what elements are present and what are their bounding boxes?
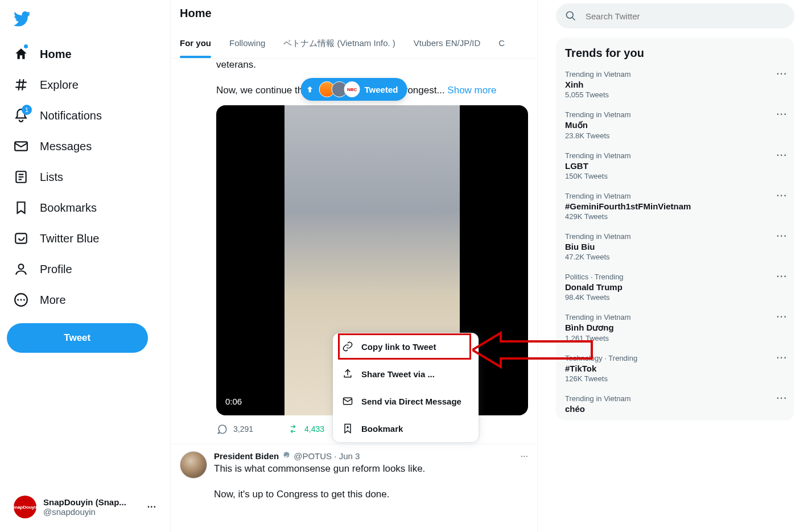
envelope-icon xyxy=(342,395,353,407)
trend-count: 150K Tweets xyxy=(565,172,785,180)
tweet-text-line: This is what commonsense gun reform look… xyxy=(214,463,528,476)
tab-overflow[interactable]: C xyxy=(489,29,514,58)
tweet-more-button[interactable]: ··· xyxy=(521,451,528,461)
account-more-icon: ··· xyxy=(147,502,156,512)
trend-context: Trending in Vietnam xyxy=(565,232,785,241)
twitter-blue-icon xyxy=(14,231,28,246)
trend-item[interactable]: Politics · TrendingDonald Trump98.4K Twe… xyxy=(556,267,794,307)
tweet-date[interactable]: Jun 3 xyxy=(339,451,360,461)
reply-icon xyxy=(216,423,228,435)
trend-name: Biu Biu xyxy=(565,242,785,251)
trend-count: 1,261 Tweets xyxy=(565,334,785,343)
search-input[interactable] xyxy=(586,11,785,21)
tab-vtubers[interactable]: Vtubers EN/JP/ID xyxy=(405,29,490,58)
nav-explore[interactable]: Explore xyxy=(7,71,163,99)
trend-more-button[interactable]: ··· xyxy=(777,353,788,363)
nav-home[interactable]: Home xyxy=(7,40,163,68)
trend-item[interactable]: Technology · Trending#TikTok126K Tweets·… xyxy=(556,348,794,389)
tab-for-you[interactable]: For you xyxy=(171,29,220,58)
share-menu: Copy link to Tweet Share Tweet via ... S… xyxy=(333,333,479,442)
trend-more-button[interactable]: ··· xyxy=(777,271,788,282)
trend-item[interactable]: Trending in VietnamBiu Biu47.2K Tweets··… xyxy=(556,226,794,267)
bookmark-add-icon xyxy=(342,423,353,434)
nav-lists[interactable]: Lists xyxy=(7,163,163,191)
pill-label: Tweeted xyxy=(365,85,398,94)
nav-label: Home xyxy=(40,48,72,61)
nav-label: Explore xyxy=(40,79,79,92)
tab-following[interactable]: Following xyxy=(220,29,274,58)
trend-more-button[interactable]: ··· xyxy=(777,109,788,119)
retweet-button[interactable]: 4,433 xyxy=(287,423,324,435)
reply-button[interactable]: 3,291 xyxy=(216,423,253,435)
trend-more-button[interactable]: ··· xyxy=(777,69,788,79)
tweet-author-handle[interactable]: @POTUS xyxy=(294,451,332,461)
person-icon xyxy=(14,262,28,277)
trend-count: 126K Tweets xyxy=(565,374,785,383)
share-item-label: Copy link to Tweet xyxy=(361,342,436,352)
nav-profile[interactable]: Profile xyxy=(7,255,163,283)
trend-more-button[interactable]: ··· xyxy=(777,231,788,241)
show-more-link[interactable]: Show more xyxy=(447,85,496,96)
tweet-avatar[interactable] xyxy=(180,451,207,479)
bookmark-icon xyxy=(14,200,28,215)
trend-item[interactable]: Trending in VietnamBình Dương1,261 Tweet… xyxy=(556,307,794,348)
trend-count: 23.8K Tweets xyxy=(565,131,785,140)
nav-label: Lists xyxy=(40,171,63,184)
account-name: SnapDouyin (Snap... xyxy=(43,497,141,507)
list-icon xyxy=(14,170,28,184)
reply-count: 3,291 xyxy=(233,424,253,434)
trend-context: Trending in Vietnam xyxy=(565,110,785,119)
nav-more[interactable]: More xyxy=(7,286,163,314)
trend-item[interactable]: Trending in Vietnam#GeminiFourth1stFMinV… xyxy=(556,186,794,226)
feed: veterans. Now, we continue the work of b… xyxy=(171,59,537,532)
twitter-logo[interactable] xyxy=(7,5,163,38)
share-bookmark[interactable]: Bookmark xyxy=(333,415,479,442)
trend-count: 5,055 Tweets xyxy=(565,90,785,99)
tweet-button[interactable]: Tweet xyxy=(7,323,148,353)
trends-box: Trends for you Trending in VietnamXinh5,… xyxy=(556,38,794,420)
search-icon xyxy=(565,10,576,22)
sidebar-right: Trends for you Trending in VietnamXinh5,… xyxy=(538,0,808,532)
nav-messages[interactable]: Messages xyxy=(7,132,163,160)
nav-notifications[interactable]: 1 Notifications xyxy=(7,101,163,130)
nav-bookmarks[interactable]: Bookmarks xyxy=(7,193,163,222)
share-dm[interactable]: Send via Direct Message xyxy=(333,387,479,415)
trend-item[interactable]: Trending in VietnamXinh5,055 Tweets··· xyxy=(556,64,794,105)
trend-more-button[interactable]: ··· xyxy=(777,150,788,160)
trend-name: Bình Dương xyxy=(565,323,785,333)
trend-name: chéo xyxy=(565,404,785,414)
tab-vietnam-info[interactable]: ベトナム情報 (Vietnam Info. ) xyxy=(274,29,404,58)
tweet-item[interactable]: President Biden @POTUS · Jun 3 This is w… xyxy=(171,444,537,501)
trend-item[interactable]: Trending in VietnamLGBT150K Tweets··· xyxy=(556,146,794,186)
tweet-author-name[interactable]: President Biden xyxy=(214,451,279,461)
trend-item[interactable]: Trending in Vietnamchéo··· xyxy=(556,389,794,420)
share-item-label: Send via Direct Message xyxy=(361,397,461,406)
share-via[interactable]: Share Tweet via ... xyxy=(333,360,479,387)
verified-icon xyxy=(281,451,291,461)
nav-label: Messages xyxy=(40,140,92,153)
envelope-icon xyxy=(14,139,28,154)
home-notification-dot xyxy=(24,44,28,48)
retweet-count: 4,433 xyxy=(304,424,324,434)
trend-context: Trending in Vietnam xyxy=(565,151,785,160)
trend-name: Muốn xyxy=(565,120,785,130)
share-copy-link[interactable]: Copy link to Tweet xyxy=(333,333,479,360)
search-box[interactable] xyxy=(556,3,794,28)
sidebar-left: Home Explore 1 Notifications Messages Li… xyxy=(0,0,171,532)
trend-item[interactable]: Trending in VietnamMuốn23.8K Tweets··· xyxy=(556,105,794,146)
trend-more-button[interactable]: ··· xyxy=(777,191,788,201)
trend-count: 47.2K Tweets xyxy=(565,253,785,261)
nav-twitter-blue[interactable]: Twitter Blue xyxy=(7,224,163,253)
account-avatar: SnapDouyin xyxy=(14,496,36,518)
account-switcher[interactable]: SnapDouyin SnapDouyin (Snap... @snapdouy… xyxy=(7,489,163,525)
trend-more-button[interactable]: ··· xyxy=(777,312,788,322)
trend-more-button[interactable]: ··· xyxy=(777,393,788,403)
trends-title: Trends for you xyxy=(556,44,794,64)
trend-context: Trending in Vietnam xyxy=(565,192,785,200)
link-icon xyxy=(342,341,353,352)
svg-point-3 xyxy=(19,264,24,269)
pill-avatars: NBC xyxy=(319,81,360,97)
hashtag-icon xyxy=(14,77,28,92)
new-tweets-pill[interactable]: NBC Tweeted xyxy=(301,78,407,101)
svg-rect-2 xyxy=(15,233,27,243)
